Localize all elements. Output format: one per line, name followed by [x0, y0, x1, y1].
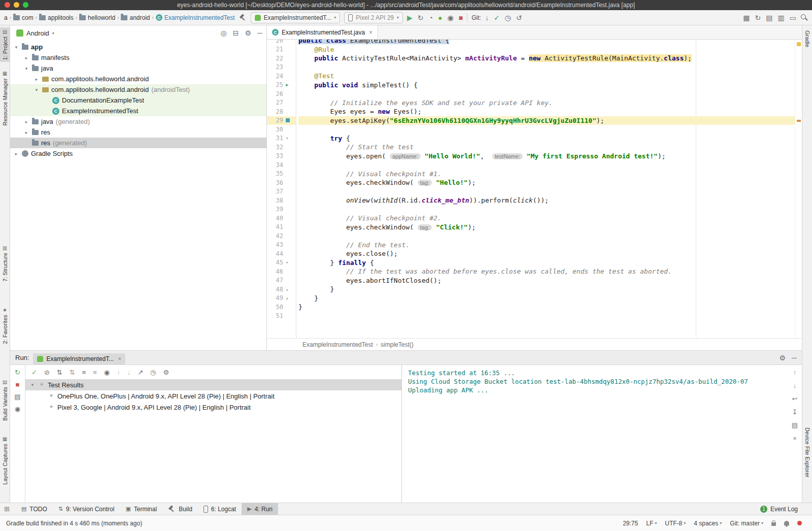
tool-button-layout-captures[interactable]: ▦ Layout Captures [0, 435, 10, 487]
tree-toggle-icon[interactable]: ▸ [23, 130, 29, 135]
tree-toggle-icon[interactable]: ▾ [23, 66, 29, 71]
track-running-test-icon[interactable]: ◉ [104, 369, 110, 376]
tree-item[interactable]: ▾com.applitools.helloworld.android (andr… [10, 84, 266, 95]
editor-tab[interactable]: C ExampleInstrumentedTest.java × [267, 25, 378, 39]
tool-button-gradle[interactable]: Gradle [802, 28, 812, 49]
close-window-button[interactable] [5, 2, 10, 8]
print-icon[interactable]: ▤ [792, 422, 798, 428]
error-stripe[interactable] [795, 40, 802, 338]
code-line[interactable]: eyes.checkWindow( tag: "Click!"); [298, 223, 795, 232]
tool-button-favorites[interactable]: ★ 2: Favorites [0, 306, 10, 346]
sort-alphabetically-icon[interactable]: ⇅ [57, 369, 62, 376]
tool-button-device-file-explorer[interactable]: Device File Explorer [802, 425, 812, 479]
code-line[interactable] [298, 205, 795, 214]
run-test-icon[interactable]: ▶ [286, 82, 288, 87]
stop-icon[interactable]: ■ [16, 381, 20, 388]
tree-item[interactable]: ▸com.applitools.helloworld.android [10, 74, 266, 84]
caret-position-widget[interactable]: 29:75 [623, 520, 638, 527]
git-branch-widget[interactable]: Git: master ▾ [730, 520, 763, 527]
build-hammer-icon[interactable] [239, 14, 247, 21]
avd-manager-icon[interactable]: ▭ [790, 14, 796, 21]
code-line[interactable]: try { [298, 134, 795, 143]
line-ending-widget[interactable]: LF ▾ [646, 520, 657, 527]
code-line[interactable]: eyes.open( appName: "Hello World!", test… [298, 152, 795, 161]
breadcrumb-item[interactable]: applitools [39, 14, 74, 21]
fold-icon[interactable]: ▾ [286, 136, 288, 141]
history-icon[interactable]: ◷ [505, 14, 511, 21]
tree-toggle-icon[interactable]: ▸ [23, 55, 29, 60]
run-configuration-select[interactable]: ExampleInstrumentedT... ▾ [251, 12, 341, 23]
code-line[interactable]: // If the test was aborted before eyes.c… [298, 267, 795, 276]
event-log-button[interactable]: 1 Event Log [760, 506, 808, 513]
code-line[interactable]: // Start the test [298, 143, 795, 152]
zoom-window-button[interactable] [23, 2, 28, 8]
tool-windows-icon[interactable]: ⊞ [4, 505, 10, 513]
show-passed-icon[interactable]: ✓ [31, 369, 37, 376]
locate-file-icon[interactable]: ◎ [221, 29, 227, 37]
tree-toggle-icon[interactable]: ▸ [23, 119, 29, 124]
breadcrumb-item[interactable]: a [4, 14, 8, 21]
test-device-row[interactable]: *OnePlus One, OnePlus | Android 9.x, API… [25, 390, 401, 402]
soft-wrap-icon[interactable]: ↩ [792, 395, 798, 402]
expand-all-icon[interactable]: ≡ [82, 369, 86, 376]
apply-changes-icon[interactable]: ↻ [418, 14, 424, 21]
indent-widget[interactable]: 4 spaces ▾ [694, 520, 722, 527]
tool-button-build[interactable]: Build [162, 503, 198, 515]
tree-item[interactable]: ▸res [10, 127, 266, 138]
sync-project-icon[interactable]: ↻ [755, 14, 761, 21]
status-message[interactable]: Gradle build finished in 4 s 460 ms (mom… [6, 520, 142, 527]
breadcrumb-item[interactable]: simpleTest() [381, 341, 414, 348]
tree-item[interactable]: CExampleInstrumentedTest [10, 106, 266, 116]
pin-tab-icon[interactable]: ◉ [15, 406, 20, 412]
settings-icon[interactable]: ⚙ [780, 354, 786, 361]
close-tab-icon[interactable]: × [118, 355, 121, 362]
tool-button-run[interactable]: ▶4: Run [242, 503, 278, 515]
fold-icon[interactable]: ▾ [286, 260, 288, 265]
breadcrumb-item[interactable]: helloworld [79, 14, 115, 21]
minimize-window-button[interactable] [14, 2, 19, 8]
code-line[interactable]: @Test [298, 72, 795, 81]
code-line[interactable]: // Visual checkpoint #2. [298, 214, 795, 223]
scroll-down-icon[interactable]: ↓ [793, 382, 797, 389]
tool-button-structure[interactable]: ▥ 7: Structure [0, 244, 10, 284]
code-editor[interactable]: 202122232425▶262728293031▾32333435363738… [267, 40, 802, 338]
debug-icon[interactable]: ● [438, 14, 442, 21]
settings-icon[interactable]: ⚙ [245, 29, 252, 37]
attach-debugger-icon[interactable]: ◉ [448, 14, 454, 21]
code-line[interactable] [298, 312, 795, 321]
hide-panel-icon[interactable]: ─ [792, 354, 797, 361]
project-view-select[interactable]: Android [26, 29, 49, 37]
code-line[interactable] [298, 231, 795, 241]
tool-button-version-control[interactable]: ⇅9: Version Control [53, 503, 120, 515]
tool-button-build-variants[interactable]: ▤ Build Variants [0, 378, 10, 423]
tree-toggle-icon[interactable]: ▾ [29, 382, 36, 387]
code-line[interactable]: } [298, 294, 795, 303]
run-console[interactable]: Testing started at 16:35 ...Using Cloud … [402, 365, 788, 503]
tree-toggle-icon[interactable]: ▸ [33, 77, 40, 82]
code-line[interactable]: // Initialize the eyes SDK and set your … [298, 98, 795, 108]
sort-by-duration-icon[interactable]: ⇅ [70, 369, 75, 376]
scroll-to-end-icon[interactable]: ↧ [792, 409, 798, 415]
code-line[interactable] [298, 125, 795, 134]
rerun-icon[interactable]: ↻ [15, 369, 20, 376]
stop-icon[interactable]: ■ [459, 14, 463, 21]
commit-icon[interactable]: ✓ [494, 14, 500, 21]
code-line[interactable]: eyes.checkWindow( tag: "Hello!"); [298, 178, 795, 187]
run-tab[interactable]: ExampleInstrumentedT... × [33, 353, 125, 365]
hide-panel-icon[interactable]: ─ [257, 29, 262, 37]
tree-item[interactable]: ▸Gradle Scripts [10, 148, 266, 159]
layout-inspector-icon[interactable]: ▤ [766, 14, 772, 21]
test-settings-icon[interactable]: ⚙ [163, 369, 169, 376]
breadcrumb-item[interactable]: CExampleInstrumentedTest [156, 14, 235, 21]
code-line[interactable] [298, 187, 795, 196]
chevron-down-icon[interactable]: ▾ [52, 31, 54, 36]
tree-toggle-icon[interactable]: ▸ [13, 151, 19, 156]
code-line[interactable] [298, 63, 795, 72]
sdk-manager-icon[interactable]: ▥ [778, 14, 785, 21]
lock-icon[interactable] [771, 522, 776, 526]
code-line[interactable]: @Rule [298, 45, 795, 54]
tree-item[interactable]: CDocumentationExampleTest [10, 95, 266, 106]
code-line[interactable]: // Visual checkpoint #1. [298, 170, 795, 179]
tool-button-resource-manager[interactable]: ▦ Resource Manager [0, 69, 10, 128]
tree-item[interactable]: ▾app [10, 42, 266, 52]
